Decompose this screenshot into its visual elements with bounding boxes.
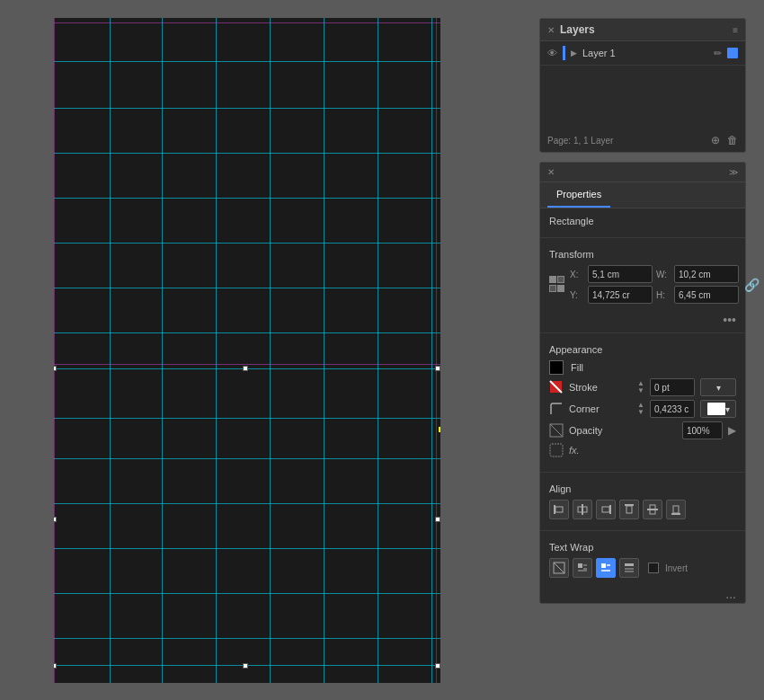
layers-footer: Page: 1, 1 Layer ⊕ 🗑	[540, 128, 745, 152]
layer-name: Layer 1	[582, 48, 708, 58]
svg-rect-12	[626, 506, 632, 513]
svg-line-3	[550, 424, 562, 436]
properties-tabs: Properties	[540, 182, 745, 208]
svg-rect-6	[555, 507, 563, 512]
align-section: Align	[540, 476, 745, 527]
h-input[interactable]	[674, 286, 739, 304]
fx-row: fx.	[549, 443, 736, 457]
layers-title: Layers	[560, 23, 595, 36]
layer1-row[interactable]: 👁 ▶ Layer 1 ✏	[540, 41, 745, 66]
appearance-label: Appearance	[549, 344, 736, 355]
corner-row: Corner ▲▼ ▾	[549, 400, 736, 418]
layers-close-icon[interactable]: ✕	[547, 25, 555, 35]
opacity-expand-icon[interactable]: ▶	[728, 424, 736, 437]
textwrap-label: Text Wrap	[549, 542, 736, 553]
fx-label: fx.	[569, 445, 580, 456]
layer-expand-icon[interactable]: ▶	[571, 49, 577, 58]
fill-label: Fill	[571, 362, 736, 373]
align-top-edge-button[interactable]	[619, 500, 639, 519]
stroke-label: Stroke	[569, 382, 632, 393]
stroke-dropdown[interactable]: ▾	[700, 378, 736, 396]
w-input[interactable]	[674, 265, 739, 283]
textwrap-active-button[interactable]	[596, 558, 616, 578]
invert-label: Invert	[665, 563, 688, 573]
transform-section: Transform X: W: Y:	[540, 242, 745, 311]
eye-icon[interactable]: 👁	[547, 48, 557, 58]
stroke-spinner[interactable]: ▲▼	[637, 380, 644, 394]
appearance-section: Appearance Fill Stroke ▲▼ ▾	[540, 337, 745, 468]
svg-rect-26	[625, 563, 634, 566]
opacity-icon	[549, 423, 564, 438]
layer-color-indicator	[563, 46, 565, 60]
stroke-value[interactable]	[650, 378, 695, 396]
constrain-proportions-icon[interactable]: 🔗	[744, 278, 760, 292]
layer-edit-icon[interactable]: ✏	[714, 48, 722, 59]
opacity-label: Opacity	[569, 425, 677, 436]
svg-rect-13	[647, 509, 658, 510]
svg-rect-4	[550, 444, 563, 456]
layers-empty-space	[540, 66, 745, 128]
tab-properties[interactable]: Properties	[547, 182, 610, 208]
transform-more-button[interactable]: •••	[540, 311, 745, 329]
textwrap-wrap-button[interactable]	[573, 558, 592, 578]
svg-rect-7	[582, 504, 583, 515]
invert-group: Invert	[648, 563, 688, 573]
stroke-icon	[549, 380, 564, 394]
corner-spinner[interactable]: ▲▼	[637, 402, 644, 416]
opacity-value[interactable]	[682, 421, 723, 439]
align-center-v-button[interactable]	[643, 500, 662, 519]
corner-icon	[549, 402, 564, 416]
w-label: W:	[656, 270, 671, 279]
properties-titlebar: ✕ ≫	[540, 163, 745, 182]
svg-rect-19	[578, 563, 582, 568]
textwrap-section: Text Wrap Invert	[540, 535, 745, 585]
transform-label: Transform	[549, 249, 736, 260]
fill-swatch[interactable]	[549, 360, 564, 375]
align-bottom-edge-button[interactable]	[666, 500, 686, 519]
align-right-edge-button[interactable]	[596, 500, 616, 519]
properties-panel: ✕ ≫ Properties Rectangle Transform	[539, 162, 746, 604]
layers-titlebar: ✕ Layers ≡	[540, 19, 745, 41]
align-buttons	[549, 500, 736, 519]
corner-dropdown[interactable]: ▾	[700, 400, 736, 418]
new-layer-icon[interactable]: ⊕	[711, 134, 720, 146]
textwrap-top-button[interactable]	[619, 558, 639, 578]
align-center-h-button[interactable]	[573, 500, 592, 519]
fill-row: Fill	[549, 360, 736, 375]
layers-panel: ✕ Layers ≡ 👁 ▶ Layer 1 ✏ Page: 1, 1 Laye…	[539, 18, 746, 153]
svg-line-18	[554, 563, 564, 573]
fx-icon[interactable]	[549, 443, 564, 457]
layers-footer-text: Page: 1, 1 Layer	[547, 136, 613, 146]
x-label: X:	[570, 270, 584, 279]
corner-label: Corner	[569, 403, 632, 414]
h-label: H:	[656, 290, 671, 300]
layers-collapse-icon[interactable]: ≡	[733, 25, 738, 35]
y-input[interactable]	[588, 286, 653, 304]
opacity-row: Opacity ▶	[549, 421, 736, 439]
properties-collapse-icon[interactable]: ≫	[729, 167, 738, 177]
x-input[interactable]	[588, 265, 653, 283]
properties-close-icon[interactable]: ✕	[547, 167, 555, 177]
svg-rect-23	[601, 563, 606, 568]
textwrap-buttons: Invert	[549, 558, 736, 578]
align-left-edge-button[interactable]	[549, 500, 569, 519]
textwrap-none-button[interactable]	[549, 558, 569, 578]
svg-rect-16	[673, 506, 679, 513]
stroke-row: Stroke ▲▼ ▾	[549, 378, 736, 396]
layer-color-swatch	[727, 48, 738, 58]
y-label: Y:	[570, 290, 584, 300]
rectangle-label: Rectangle	[549, 216, 736, 226]
canvas-area	[54, 18, 440, 683]
properties-more-button[interactable]: ...	[540, 585, 745, 603]
invert-checkbox[interactable]	[648, 563, 659, 573]
panels-container: ✕ Layers ≡ 👁 ▶ Layer 1 ✏ Page: 1, 1 Laye…	[539, 18, 746, 604]
align-label: Align	[549, 483, 736, 494]
corner-value[interactable]	[650, 400, 695, 418]
transform-reference-icon[interactable]	[549, 276, 564, 294]
delete-layer-icon[interactable]: 🗑	[727, 134, 738, 146]
svg-rect-10	[602, 507, 609, 512]
